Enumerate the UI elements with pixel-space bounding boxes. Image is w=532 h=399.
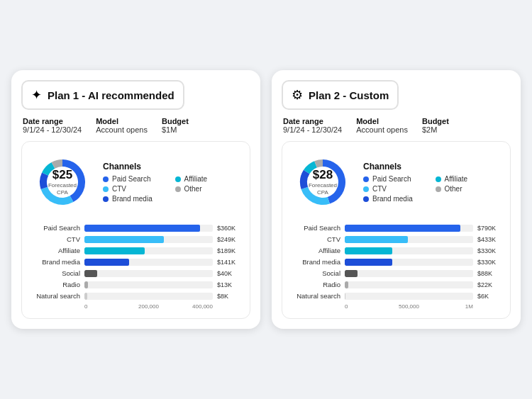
plan-header: ✦ Plan 1 - AI recommended — [21, 80, 184, 110]
bar-track — [345, 293, 473, 300]
bar-label: Natural search — [31, 292, 80, 300]
legend-label: Other — [445, 185, 462, 193]
axis-label: 200,000 — [127, 303, 170, 310]
bar-value: $360K — [217, 225, 241, 232]
axis-label: 0 — [345, 303, 387, 310]
legend-dot — [363, 196, 369, 202]
meta-model: Model Account opens — [356, 117, 408, 134]
bar-value: $141K — [217, 259, 241, 266]
bar-label: Affiliate — [31, 247, 80, 254]
legend-dot — [175, 186, 181, 192]
content-box: $28 Forecasted CPA Channels Paid Search — [282, 141, 511, 319]
bar-row: Social $88K — [291, 269, 501, 277]
bar-value: $13K — [217, 281, 241, 288]
meta-date-range: Date range 9/1/24 - 12/30/24 — [283, 117, 342, 134]
donut-chart: $25 Forecasted CPA — [31, 150, 94, 214]
bar-value: $6K — [477, 293, 501, 300]
bar-label: Radio — [31, 281, 80, 288]
bar-fill — [84, 247, 145, 254]
legend-label: CTV — [112, 185, 126, 193]
legend-item: Other — [436, 185, 502, 193]
bar-row: Natural search $8K — [31, 292, 241, 300]
bar-fill — [84, 270, 97, 277]
axis-row: 0500,0001M — [345, 303, 473, 310]
bar-fill — [345, 225, 460, 232]
legend-item: Affiliate — [175, 175, 242, 183]
legend-item: Affiliate — [436, 175, 502, 183]
channels-legend: Channels Paid Search Affiliate — [363, 162, 501, 203]
bar-fill — [84, 259, 129, 266]
legend-item: Other — [175, 185, 242, 193]
plan-icon: ✦ — [31, 87, 42, 103]
bars-section: Paid Search $360K CTV $249K — [31, 224, 241, 310]
bar-value: $189K — [217, 247, 241, 254]
meta-row: Date range 9/1/24 - 12/30/24 Model Accou… — [21, 117, 250, 134]
legend-label: Paid Search — [372, 175, 411, 183]
chart-section: $28 Forecasted CPA Channels Paid Search — [291, 150, 501, 214]
legend-dot — [436, 176, 441, 182]
bar-row: Brand media $141K — [31, 258, 241, 266]
plan2-card: ⚙ Plan 2 - Custom Date range 9/1/24 - 12… — [272, 70, 521, 329]
bar-row: Affiliate $189K — [31, 247, 241, 254]
bar-track — [84, 270, 213, 277]
bar-fill — [84, 236, 164, 243]
bar-fill — [345, 247, 392, 254]
donut-chart: $28 Forecasted CPA — [291, 150, 355, 214]
bar-fill — [84, 225, 200, 232]
bar-row: Natural search $6K — [291, 292, 501, 300]
bar-row: CTV $249K — [31, 235, 241, 243]
legend-dot — [363, 176, 369, 182]
legend-item: Paid Search — [103, 175, 170, 183]
bar-row: Radio $13K — [31, 281, 241, 288]
bar-label: Natural search — [291, 292, 340, 300]
bar-label: Brand media — [291, 258, 340, 266]
legend-item: Paid Search — [363, 175, 430, 183]
bar-track — [84, 247, 213, 254]
bar-row: Radio $22K — [291, 281, 501, 288]
bar-track — [345, 259, 473, 266]
bar-fill — [345, 270, 358, 277]
legend-label: Affiliate — [184, 175, 208, 183]
bar-track — [84, 225, 213, 232]
bar-track — [345, 225, 473, 232]
donut-label: $25 Forecasted CPA — [47, 168, 79, 196]
bar-value: $22K — [477, 281, 501, 288]
bar-value: $330K — [477, 247, 501, 254]
channels-legend: Channels Paid Search Affiliate — [103, 162, 241, 203]
meta-row: Date range 9/1/24 - 12/30/24 Model Accou… — [282, 117, 511, 134]
axis-label: 0 — [84, 303, 127, 310]
bar-fill — [345, 259, 392, 266]
bar-track — [345, 247, 473, 254]
legend-item: CTV — [103, 185, 170, 193]
legend-label: Paid Search — [112, 175, 150, 183]
bar-label: CTV — [291, 235, 340, 243]
bar-value: $330K — [477, 259, 501, 266]
bar-track — [84, 259, 213, 266]
legend-dot — [175, 176, 181, 182]
axis-label: 1M — [431, 303, 473, 310]
bar-row: Social $40K — [31, 269, 241, 277]
axis-row: 0200,000400,000 — [84, 303, 213, 310]
legend-label: Brand media — [112, 195, 153, 203]
plan-header: ⚙ Plan 2 - Custom — [282, 80, 399, 110]
bar-label: CTV — [31, 235, 80, 243]
bar-fill — [345, 236, 408, 243]
plan-icon: ⚙ — [292, 87, 303, 103]
legend-dot — [103, 186, 109, 192]
bar-value: $790K — [477, 225, 501, 232]
legend-dot — [103, 176, 109, 182]
meta-model: Model Account opens — [96, 117, 148, 134]
legend-item: Brand media — [363, 195, 430, 203]
legend-grid: Paid Search Affiliate CTV — [103, 175, 241, 203]
legend-grid: Paid Search Affiliate CTV — [363, 175, 501, 203]
bar-value: $8K — [217, 293, 241, 300]
bar-value: $88K — [477, 270, 501, 277]
legend-label: Brand media — [372, 195, 413, 203]
legend-label: CTV — [372, 185, 387, 193]
bar-label: Social — [31, 269, 80, 277]
bar-label: Paid Search — [31, 224, 80, 232]
bar-fill — [84, 293, 87, 300]
bar-label: Paid Search — [291, 224, 340, 232]
bar-value: $433K — [477, 236, 501, 243]
bar-fill — [84, 281, 88, 288]
